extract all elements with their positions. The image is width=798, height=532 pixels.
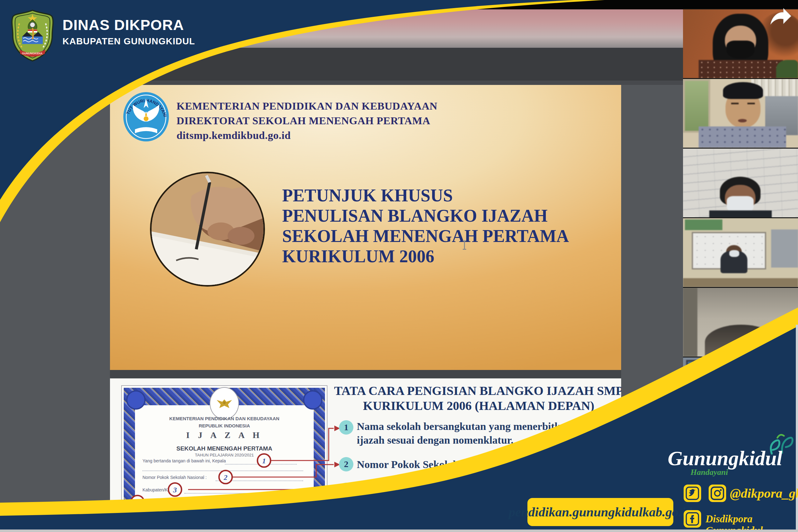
- list-item: Nomor Pokok Sekolah Nasional (NPSN): [357, 458, 538, 471]
- list-item: Nama nomenklatur kabupaten/kota*) ( menc…: [357, 481, 534, 509]
- pdf-toolbar: 12 / 55 − 100% +: [0, 48, 798, 80]
- website-banner[interactable]: pendidikan.gunungkidulkab.go.id: [527, 498, 673, 526]
- share-arrow-icon[interactable]: [769, 7, 792, 26]
- video-thumbnail[interactable]: [683, 218, 798, 287]
- kemdikbud-logo: TUT WURI HANDAYANI: [122, 91, 170, 143]
- item-line: ijazah sesuai dengan nomenklatur.: [357, 433, 572, 447]
- marker-number: 3: [173, 486, 177, 494]
- hand-writing-photo: [150, 172, 265, 287]
- text-cursor: [464, 241, 465, 250]
- list-item: Nama sekolah bersangkutan yang menerbitk…: [357, 420, 572, 447]
- top-black-bar: [0, 0, 798, 10]
- svg-text:GUNUNGKIDUL: GUNUNGKIDUL: [22, 52, 43, 55]
- facebook-label[interactable]: Disdikpora Gunungkidul: [706, 513, 798, 532]
- participants-strip: [683, 9, 798, 427]
- slide-title-line: PETUNJUK KHUSUS: [282, 186, 569, 206]
- pdf-page-12[interactable]: TUT WURI HANDAYANI KEMENTERIAN PENDIDIKA…: [110, 85, 621, 370]
- item-number-badge: 2: [339, 457, 353, 471]
- item-line: Nama sekolah bersangkutan yang menerbitk…: [357, 420, 572, 433]
- marker-number: 4: [135, 498, 139, 507]
- instagram-icon[interactable]: [709, 484, 726, 502]
- slide-title-line: SEKOLAH MENENGAH PERTAMA: [282, 226, 569, 246]
- viewer-gap: [0, 80, 798, 85]
- page-edge-accent: [110, 85, 113, 90]
- brand-wordmark: Gunungkidul: [665, 446, 785, 470]
- video-thumbnail[interactable]: [683, 358, 798, 426]
- item-number-badge: 3: [339, 483, 353, 497]
- slide-org-header: KEMENTERIAN PENDIDIKAN DAN KEBUDAYAAN DI…: [177, 99, 437, 143]
- item-line: Nomor Pokok Sekolah Nasional (NPSN): [357, 458, 538, 471]
- item-line: Nama nomenklatur kabupaten/kota*) (: [357, 481, 534, 495]
- brand-tagline: Handayani: [672, 468, 747, 477]
- marker-number: 2: [223, 473, 228, 481]
- twitter-icon[interactable]: [684, 484, 701, 502]
- facebook-icon[interactable]: [684, 510, 701, 528]
- slide2-title: TATA CARA PENGISIAN BLANGKO IJAZAH SMP K…: [329, 383, 621, 413]
- org-line: DIREKTORAT SEKOLAH MENENGAH PERTAMA: [177, 113, 437, 128]
- slide-title-line: PENULISAN BLANGKO IJAZAH: [282, 206, 569, 226]
- slide-title: PETUNJUK KHUSUS PENULISAN BLANGKO IJAZAH…: [282, 186, 569, 267]
- video-thumbnail[interactable]: [683, 149, 798, 217]
- slide2-title-line: KURIKULUM 2006 (HALAMAN DEPAN): [329, 398, 621, 413]
- video-thumbnail[interactable]: [683, 288, 798, 357]
- slide-title-line: KURIKULUM 2006: [282, 246, 569, 267]
- meeting-screenshare-window: 12 / 55 − 100% + TUT WURI HANDAYANI: [0, 0, 798, 532]
- item-number-badge: 1: [339, 420, 353, 435]
- org-line: KEMENTERIAN PENDIDIKAN DAN KEBUDAYAAN: [177, 99, 437, 113]
- gunungkidul-crest: GUNUNGKIDUL: [9, 10, 56, 62]
- social-handle[interactable]: @dikpora_gk: [730, 486, 798, 501]
- item-line: mencoret): [357, 495, 534, 509]
- page-gap: [110, 370, 621, 378]
- agency-title: DINAS DIKPORA: [62, 16, 184, 33]
- video-thumbnail[interactable]: [683, 79, 798, 148]
- slide2-title-line: TATA CARA PENGISIAN BLANGKO IJAZAH SMP: [329, 383, 621, 398]
- org-line: ditsmp.kemdikbud.go.id: [177, 128, 437, 143]
- agency-subtitle: KABUPATEN GUNUNGKIDUL: [62, 36, 195, 46]
- marker-number: 1: [262, 457, 266, 465]
- window-edge: [0, 530, 798, 532]
